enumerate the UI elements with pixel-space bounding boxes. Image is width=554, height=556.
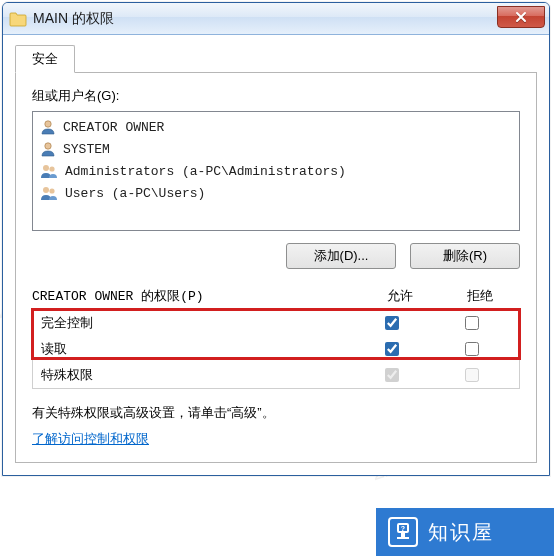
svg-rect-7	[401, 533, 405, 537]
permissions-list: 完全控制 读取 特殊权限	[32, 309, 520, 389]
deny-header: 拒绝	[440, 287, 520, 305]
brand-logo-icon: ?	[388, 517, 418, 547]
allow-checkbox[interactable]	[385, 342, 399, 356]
user-icon	[39, 140, 57, 158]
svg-text:?: ?	[401, 525, 405, 532]
permission-label: 读取	[41, 340, 351, 358]
principals-listbox[interactable]: CREATOR OWNER SYSTEM Administrators (a-P…	[32, 111, 520, 231]
titlebar[interactable]: MAIN 的权限	[3, 3, 549, 35]
footnote-text: 有关特殊权限或高级设置，请单击“高级”。	[32, 403, 520, 424]
permissions-dialog: MAIN 的权限 安全 组或用户名(G): CREATOR OWNER SYST…	[2, 2, 550, 476]
svg-point-0	[45, 121, 51, 127]
list-item[interactable]: Administrators (a-PC\Administrators)	[39, 160, 513, 182]
list-item[interactable]: CREATOR OWNER	[39, 116, 513, 138]
add-button[interactable]: 添加(D)...	[286, 243, 396, 269]
permission-row: 完全控制	[33, 310, 519, 336]
svg-point-3	[49, 166, 54, 171]
learn-more-link[interactable]: 了解访问控制和权限	[32, 430, 149, 448]
svg-point-5	[49, 188, 54, 193]
principal-name: CREATOR OWNER	[63, 120, 164, 135]
remove-button[interactable]: 删除(R)	[410, 243, 520, 269]
groups-label: 组或用户名(G):	[32, 87, 520, 105]
permission-label: 特殊权限	[41, 366, 351, 384]
client-area: 安全 组或用户名(G): CREATOR OWNER SYSTEM Admini…	[3, 35, 549, 475]
tab-panel-security: 组或用户名(G): CREATOR OWNER SYSTEM Administr…	[15, 72, 537, 463]
window-title: MAIN 的权限	[33, 10, 114, 28]
deny-checkbox	[465, 368, 479, 382]
deny-checkbox[interactable]	[465, 316, 479, 330]
principal-name: Administrators (a-PC\Administrators)	[65, 164, 346, 179]
list-item[interactable]: SYSTEM	[39, 138, 513, 160]
allow-header: 允许	[360, 287, 440, 305]
tab-security[interactable]: 安全	[15, 45, 75, 73]
group-icon	[39, 162, 59, 180]
allow-checkbox[interactable]	[385, 316, 399, 330]
permission-row: 读取	[33, 336, 519, 362]
folder-icon	[9, 10, 27, 28]
close-button[interactable]	[497, 6, 545, 28]
svg-rect-8	[397, 537, 409, 539]
tabstrip: 安全	[15, 45, 537, 73]
group-icon	[39, 184, 59, 202]
brand-bar: ? 知识屋	[376, 508, 554, 556]
close-icon	[515, 11, 527, 23]
brand-name: 知识屋	[428, 519, 494, 546]
principal-name: SYSTEM	[63, 142, 110, 157]
principal-name: Users (a-PC\Users)	[65, 186, 205, 201]
svg-point-1	[45, 143, 51, 149]
list-item[interactable]: Users (a-PC\Users)	[39, 182, 513, 204]
button-row: 添加(D)... 删除(R)	[32, 243, 520, 269]
user-icon	[39, 118, 57, 136]
permission-label: 完全控制	[41, 314, 351, 332]
permissions-header: CREATOR OWNER 的权限(P) 允许 拒绝	[32, 287, 520, 305]
svg-point-4	[43, 187, 49, 193]
permissions-label: CREATOR OWNER 的权限(P)	[32, 287, 360, 305]
allow-checkbox	[385, 368, 399, 382]
svg-point-2	[43, 165, 49, 171]
deny-checkbox[interactable]	[465, 342, 479, 356]
permission-row: 特殊权限	[33, 362, 519, 388]
